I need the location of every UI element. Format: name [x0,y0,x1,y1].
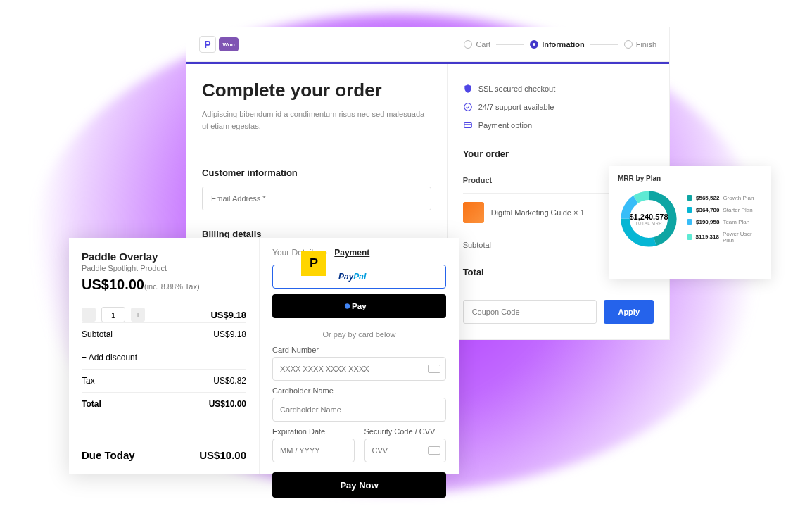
card-brand-icon [428,365,440,373]
qty-minus-button[interactable]: − [82,308,96,322]
email-field[interactable] [202,187,431,210]
paddle-brand-icon: P [301,251,326,276]
paddle-overlay: Paddle Overlay Paddle Spotlight Product … [69,238,459,474]
product-thumbnail [463,202,484,223]
product-name: Digital Marketing Guide × 1 [491,208,585,217]
overlay-subtotal-row: SubtotalUS$9.18 [82,322,246,346]
mrr-title: MRR by Plan [618,175,763,182]
qty-value[interactable]: 1 [101,307,125,322]
mrr-total-label: TOTAL MRR [635,221,662,225]
paddle-logo-icon: P [199,36,216,53]
coupon-input[interactable] [463,300,597,324]
step-cart[interactable]: Cart [464,40,490,49]
overlay-subtitle: Paddle Spotlight Product [82,264,246,272]
svg-text:Pay: Pay [352,301,367,310]
svg-point-0 [464,103,471,111]
mrr-total-value: $1,240,578 [629,213,668,221]
overlay-price: US$10.00(inc. 8.88% Tax) [82,277,246,293]
overlay-title: Paddle Overlay [82,251,246,263]
gpay-icon: Pay [344,301,375,312]
checkout-header: P Woo Cart Information Finish [186,27,669,62]
step-finish[interactable]: Finish [624,40,656,49]
checkout-steps: Cart Information Finish [464,40,656,49]
brand-logos: P Woo [199,36,239,53]
mrr-legend: $565,522Growth Plan $364,780Starter Plan… [687,195,763,244]
expiration-input[interactable] [272,439,355,462]
step-information[interactable]: Information [530,40,585,49]
trust-badges: SSL secured checkout 24/7 support availa… [463,84,654,130]
cvv-icon [428,446,440,455]
customer-info-title: Customer information [202,168,431,178]
card-number-label: Card Number [272,346,446,354]
card-number-input[interactable] [272,357,446,381]
page-description: Adipiscing bibendum id a condimentum ris… [202,108,427,132]
card-icon [463,120,473,130]
svg-point-4 [344,303,349,308]
order-title: Your order [463,149,654,159]
legend-item: $565,522Growth Plan [687,195,763,201]
gpay-button[interactable]: Pay [272,294,446,318]
or-divider: Or pay by card below [272,324,446,339]
apply-button[interactable]: Apply [604,300,654,324]
woo-logo-icon: Woo [219,37,239,51]
cardholder-label: Cardholder Name [272,386,446,395]
cvv-label: Security Code / CVV [364,427,447,436]
mrr-donut-chart: $1,240,578 TOTAL MRR [618,188,680,250]
crumb-payment[interactable]: Payment [334,248,369,258]
overlay-tax-row: TaxUS$0.82 [82,369,246,392]
due-today-row: Due TodayUS$10.00 [82,439,246,461]
line-price: US$9.18 [210,310,246,320]
pay-now-button[interactable]: Pay Now [272,472,446,498]
shield-icon [463,84,473,94]
add-discount-link[interactable]: + Add discount [82,346,246,369]
svg-text:PayPal: PayPal [338,272,367,282]
paypal-icon: PayPal [338,271,381,282]
payment-breadcrumb: Your Details › Payment [272,248,446,258]
support-icon [463,102,473,112]
paypal-button[interactable]: PayPal [272,265,446,289]
svg-rect-1 [464,123,471,128]
page-title: Complete your order [202,80,431,101]
qty-plus-button[interactable]: + [131,308,145,322]
overlay-total-row: TotalUS$10.00 [82,392,246,415]
legend-item: $119,318Power User Plan [687,231,763,244]
legend-item: $364,780Starter Plan [687,207,763,213]
cardholder-input[interactable] [272,398,446,422]
expiration-label: Expiration Date [272,427,355,436]
legend-item: $190,958Team Plan [687,219,763,225]
mrr-card: MRR by Plan $1,240,578 TOTAL MRR $565,52… [609,166,771,279]
